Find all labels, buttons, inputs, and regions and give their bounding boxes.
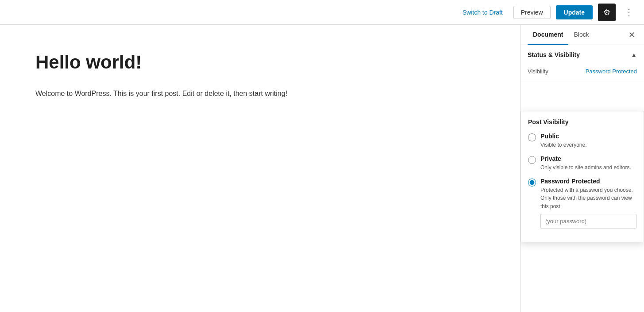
more-icon: ⋮ <box>625 8 633 17</box>
radio-public[interactable] <box>528 133 536 141</box>
status-visibility-chevron: ▲ <box>631 51 637 58</box>
radio-password-label: Password Protected <box>540 178 636 185</box>
radio-private-text: Private Only visible to site admins and … <box>540 155 631 171</box>
editor-area[interactable]: Hello world! Welcome to WordPress. This … <box>0 25 520 312</box>
sidebar-close-button[interactable]: ✕ <box>627 28 637 42</box>
radio-password[interactable] <box>528 179 536 186</box>
post-content: Welcome to WordPress. This is your first… <box>35 88 485 99</box>
radio-password-text: Password Protected Protected with a pass… <box>540 178 636 228</box>
top-bar: Switch to Draft Preview Update ⚙ ⋮ <box>0 0 644 25</box>
radio-public-desc: Visible to everyone. <box>540 142 587 148</box>
sidebar: Document Block ✕ Status & Visibility ▲ V… <box>520 25 644 312</box>
main-layout: Hello world! Welcome to WordPress. This … <box>0 25 644 312</box>
password-input[interactable] <box>540 214 636 228</box>
visibility-popup: Post Visibility Public Visible to everyo… <box>521 111 644 242</box>
radio-private-label: Private <box>540 155 631 162</box>
more-options-button[interactable]: ⋮ <box>621 5 637 19</box>
radio-option-password[interactable]: Password Protected Protected with a pass… <box>528 178 636 228</box>
settings-button[interactable]: ⚙ <box>598 4 616 21</box>
tab-document[interactable]: Document <box>528 25 568 45</box>
radio-private[interactable] <box>528 156 536 164</box>
preview-button[interactable]: Preview <box>513 6 551 19</box>
tab-block[interactable]: Block <box>568 25 594 45</box>
radio-option-public[interactable]: Public Visible to everyone. <box>528 133 636 149</box>
radio-password-desc: Protected with a password you choose. On… <box>540 187 633 210</box>
radio-option-private[interactable]: Private Only visible to site admins and … <box>528 155 636 171</box>
status-visibility-title: Status & Visibility <box>528 51 580 58</box>
visibility-row: Visibility Password Protected <box>521 65 644 81</box>
status-visibility-header[interactable]: Status & Visibility ▲ <box>521 45 644 65</box>
visibility-value[interactable]: Password Protected <box>586 68 637 75</box>
update-button[interactable]: Update <box>556 5 593 19</box>
radio-public-label: Public <box>540 133 587 140</box>
gear-icon: ⚙ <box>603 8 610 17</box>
radio-public-text: Public Visible to everyone. <box>540 133 587 149</box>
switch-to-draft-button[interactable]: Switch to Draft <box>457 6 508 19</box>
sidebar-tabs: Document Block ✕ <box>521 25 644 45</box>
status-visibility-panel: Status & Visibility ▲ Visibility Passwor… <box>521 45 644 81</box>
post-title: Hello world! <box>35 51 485 73</box>
popup-title: Post Visibility <box>528 118 636 126</box>
radio-private-desc: Only visible to site admins and editors. <box>540 164 631 171</box>
visibility-label: Visibility <box>528 68 548 75</box>
